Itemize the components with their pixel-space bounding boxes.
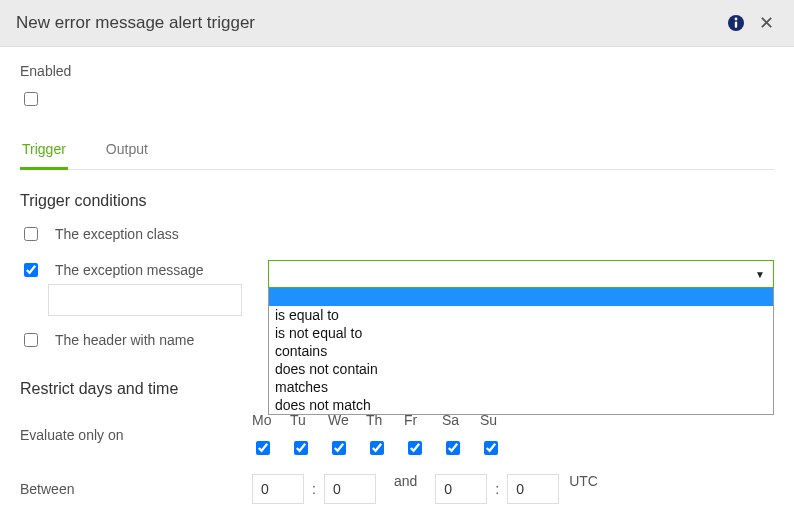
utc-label: UTC	[569, 473, 598, 489]
header-name-label: The header with name	[55, 332, 265, 348]
exception-class-checkbox[interactable]	[24, 227, 38, 241]
condition-exception-message: The exception message ▼ is equal to is n…	[20, 260, 774, 280]
close-icon[interactable]: ✕	[755, 12, 778, 34]
exception-class-label: The exception class	[55, 226, 265, 242]
enabled-label: Enabled	[20, 63, 774, 79]
day-checkbox-su[interactable]	[484, 441, 498, 455]
time-from: :	[252, 474, 376, 504]
from-hour-input[interactable]	[252, 474, 304, 504]
colon-2: :	[495, 481, 499, 497]
tab-output[interactable]: Output	[104, 135, 150, 169]
colon-1: :	[312, 481, 316, 497]
svg-point-1	[735, 18, 738, 21]
between-label: Between	[20, 481, 252, 497]
operator-option-equal[interactable]: is equal to	[269, 306, 773, 324]
day-checkbox-mo[interactable]	[256, 441, 270, 455]
between-row: Between : and : UTC	[20, 474, 774, 504]
operator-option-blank[interactable]	[269, 288, 773, 306]
operator-select[interactable]: ▼ is equal to is not equal to contains d…	[268, 260, 774, 415]
operator-option-not-contains[interactable]: does not contain	[269, 360, 773, 378]
days-grid: Mo Tu We Th Fr Sa Su	[252, 412, 518, 458]
enabled-checkbox[interactable]	[24, 92, 38, 106]
day-checkbox-sa[interactable]	[446, 441, 460, 455]
to-hour-input[interactable]	[435, 474, 487, 504]
day-checkbox-we[interactable]	[332, 441, 346, 455]
operator-option-not-equal[interactable]: is not equal to	[269, 324, 773, 342]
chevron-down-icon: ▼	[755, 269, 765, 280]
exception-message-checkbox[interactable]	[24, 263, 38, 277]
dialog-body: Enabled Trigger Output Trigger condition…	[0, 47, 794, 504]
dialog-header: New error message alert trigger ✕	[0, 0, 794, 47]
header-name-checkbox[interactable]	[24, 333, 38, 347]
header-actions: ✕	[727, 12, 778, 34]
tab-trigger[interactable]: Trigger	[20, 135, 68, 170]
svg-rect-2	[735, 22, 737, 28]
operator-option-matches[interactable]: matches	[269, 378, 773, 396]
from-minute-input[interactable]	[324, 474, 376, 504]
time-to: :	[435, 474, 559, 504]
day-checkbox-th[interactable]	[370, 441, 384, 455]
and-label: and	[394, 473, 417, 489]
tabs: Trigger Output	[20, 135, 774, 170]
evaluate-label: Evaluate only on	[20, 427, 252, 443]
operator-dropdown: is equal to is not equal to contains doe…	[268, 288, 774, 415]
exception-message-label: The exception message	[55, 262, 265, 278]
operator-option-contains[interactable]: contains	[269, 342, 773, 360]
operator-select-display[interactable]: ▼	[268, 260, 774, 288]
info-icon[interactable]	[727, 14, 745, 32]
day-checkbox-fr[interactable]	[408, 441, 422, 455]
operator-option-not-matches[interactable]: does not match	[269, 396, 773, 414]
condition-exception-class: The exception class	[20, 224, 774, 244]
conditions-title: Trigger conditions	[20, 192, 774, 210]
dialog-title: New error message alert trigger	[16, 13, 727, 33]
exception-message-input[interactable]	[48, 284, 242, 316]
to-minute-input[interactable]	[507, 474, 559, 504]
day-checkbox-tu[interactable]	[294, 441, 308, 455]
evaluate-row: Evaluate only on Mo Tu We Th Fr Sa Su	[20, 412, 774, 458]
